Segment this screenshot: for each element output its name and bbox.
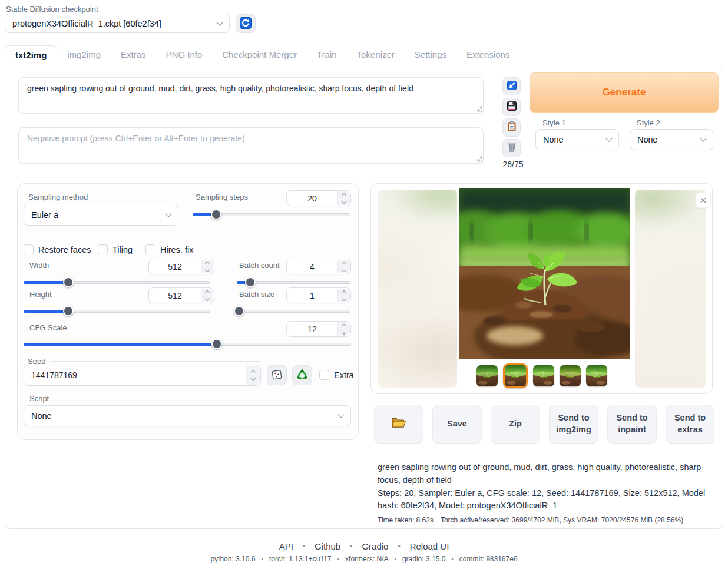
seed-input[interactable] <box>24 365 261 386</box>
send-to-extras-button[interactable]: Send to extras <box>666 405 714 444</box>
slider-thumb[interactable] <box>234 306 244 316</box>
height-label: Height <box>29 290 52 299</box>
script-label: Script <box>29 394 49 403</box>
refresh-checkpoints-button[interactable] <box>236 14 256 33</box>
trash-can-icon <box>506 141 518 155</box>
chevron-down-icon <box>700 135 706 141</box>
gallery-thumbnails <box>371 362 712 389</box>
generated-image[interactable] <box>459 188 630 359</box>
width-input[interactable] <box>148 259 214 274</box>
open-folder-button[interactable] <box>374 405 423 444</box>
stepper-icon[interactable] <box>337 322 350 336</box>
cfg-scale-slider[interactable] <box>24 339 351 349</box>
random-seed-button[interactable] <box>267 365 287 385</box>
tab-png-info[interactable]: PNG Info <box>156 45 213 65</box>
hires-fix-checkbox[interactable]: Hires. fix <box>145 244 193 254</box>
stepper-icon[interactable] <box>201 260 213 273</box>
batch-size-input[interactable] <box>286 287 351 303</box>
close-gallery-button[interactable] <box>696 193 711 208</box>
send-to-img2img-button[interactable]: Send to img2img <box>549 405 598 444</box>
token-counter: 26/75 <box>501 160 525 169</box>
gallery-thumbnail[interactable] <box>503 363 528 388</box>
tab-settings[interactable]: Settings <box>405 45 456 65</box>
cfg-scale-label: CFG Scale <box>29 323 67 332</box>
style2-dropdown[interactable]: None <box>630 129 713 150</box>
zip-button[interactable]: Zip <box>491 405 540 444</box>
sampling-method-value: Euler a <box>31 210 58 220</box>
footer-versions: python: 3.10.6• torch: 1.13.1+cu117• xfo… <box>0 555 728 563</box>
save-style-button[interactable] <box>502 98 521 116</box>
checkpoint-value: protogenX34OfficialR_1.ckpt [60fe2f34] <box>12 19 161 28</box>
save-button[interactable]: Save <box>432 405 482 444</box>
width-slider[interactable] <box>24 277 210 287</box>
slider-thumb[interactable] <box>63 306 74 316</box>
style1-value: None <box>543 135 564 144</box>
checkpoint-dropdown[interactable]: protogenX34OfficialR_1.ckpt [60fe2f34] <box>5 14 230 33</box>
down-left-arrow-icon <box>506 80 518 93</box>
chevron-down-icon <box>605 135 612 141</box>
batch-count-label: Batch count <box>239 261 280 270</box>
batch-size-slider[interactable] <box>237 306 350 316</box>
footer-link-github[interactable]: Github <box>315 541 340 551</box>
tab-txt2img[interactable]: txt2img <box>5 45 57 65</box>
sampling-steps-input[interactable] <box>286 190 351 206</box>
send-to-inpaint-button[interactable]: Send to inpaint <box>607 405 657 444</box>
height-slider[interactable] <box>24 306 210 316</box>
stepper-icon[interactable] <box>337 191 350 205</box>
chevron-down-icon <box>165 210 171 217</box>
sampling-steps-label: Sampling steps <box>196 193 248 201</box>
floppy-disk-icon <box>506 100 518 114</box>
tab-img2img[interactable]: img2img <box>57 45 111 65</box>
gallery-thumbnail[interactable] <box>560 365 581 386</box>
height-input[interactable] <box>148 287 214 303</box>
batch-count-input[interactable] <box>286 259 351 274</box>
restore-faces-checkbox[interactable]: Restore faces <box>24 244 91 254</box>
slider-thumb[interactable] <box>245 277 256 287</box>
batch-size-label: Batch size <box>239 290 274 299</box>
tab-train[interactable]: Train <box>307 45 347 65</box>
extra-seed-checkbox[interactable]: Extra <box>319 370 354 380</box>
slider-thumb[interactable] <box>211 209 221 220</box>
prompt-input[interactable]: green sapling rowing out of ground, mud,… <box>18 77 484 114</box>
style1-dropdown[interactable]: None <box>535 129 619 150</box>
slider-thumb[interactable] <box>63 277 74 287</box>
sampling-method-label: Sampling method <box>28 193 88 201</box>
script-dropdown[interactable]: None <box>24 405 351 426</box>
style2-label: Style 2 <box>637 118 660 127</box>
style1-label: Style 1 <box>542 118 566 127</box>
gallery-panel <box>370 183 713 394</box>
stepper-icon[interactable] <box>337 260 350 273</box>
width-label: Width <box>29 261 49 270</box>
stepper-icon[interactable] <box>246 366 260 385</box>
tab-tokenizer[interactable]: Tokenizer <box>347 45 405 65</box>
clear-prompt-button[interactable] <box>502 139 521 157</box>
sampling-steps-slider[interactable] <box>193 209 350 220</box>
chevron-down-icon <box>337 411 344 418</box>
stepper-icon[interactable] <box>201 289 213 302</box>
cfg-scale-input[interactable] <box>286 321 351 337</box>
footer-link-gradio[interactable]: Gradio <box>362 541 388 551</box>
gallery-thumbnail[interactable] <box>586 365 607 386</box>
apply-style-button[interactable] <box>502 118 521 137</box>
tab-checkpoint-merger[interactable]: Checkpoint Merger <box>212 45 307 65</box>
reuse-seed-button[interactable] <box>292 365 312 385</box>
gallery-thumbnail[interactable] <box>476 365 498 386</box>
tab-extensions[interactable]: Extensions <box>456 45 519 65</box>
generate-button[interactable]: Generate <box>530 72 719 113</box>
close-icon <box>699 196 707 204</box>
gallery-thumbnail[interactable] <box>533 365 554 386</box>
paste-params-button[interactable] <box>502 77 521 95</box>
generation-info: green sapling rowing out of ground, mud,… <box>378 461 714 530</box>
clipboard-icon <box>506 121 518 134</box>
folder-icon <box>391 416 406 432</box>
slider-thumb[interactable] <box>211 339 222 349</box>
stepper-icon[interactable] <box>337 289 350 302</box>
sampling-method-dropdown[interactable]: Euler a <box>24 204 178 226</box>
tab-extras[interactable]: Extras <box>111 45 156 65</box>
footer-links: API• Github• Gradio• Reload UI <box>0 541 728 551</box>
tiling-checkbox[interactable]: Tiling <box>98 244 133 254</box>
batch-count-slider[interactable] <box>237 277 350 287</box>
negative-prompt-input[interactable] <box>18 127 484 164</box>
footer-link-reload-ui[interactable]: Reload UI <box>410 541 449 551</box>
footer-link-api[interactable]: API <box>279 541 293 551</box>
